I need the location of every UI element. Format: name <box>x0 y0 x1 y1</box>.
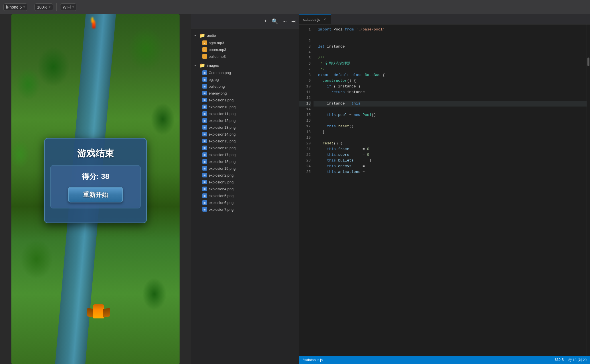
tab-filename: databus.js <box>303 17 320 22</box>
ln-1b <box>299 32 311 38</box>
code-line-25: this . animations = <box>314 169 587 175</box>
file-explosion5-label: explosion5.png <box>209 194 233 198</box>
prop-enemys: enemys <box>338 163 351 169</box>
more-options-icon[interactable]: ··· <box>282 18 287 24</box>
game-over-title: 游戏结束 <box>50 147 141 160</box>
restart-button[interactable]: 重新开始 <box>68 187 123 203</box>
code-line-1: import Pool from './base/pool' <box>314 27 587 32</box>
ln-5: 5 <box>299 55 311 61</box>
file-enemy-png[interactable]: ▦ enemy.png <box>199 90 299 97</box>
add-file-icon[interactable]: + <box>264 18 267 24</box>
kw-return: return <box>331 89 345 95</box>
file-enemy-label: enemy.png <box>209 91 227 95</box>
file-explosion6-png[interactable]: ▦ explosion6.png <box>199 199 299 206</box>
code-line-15: this . pool = new Pool () <box>314 112 587 118</box>
file-boom-mp3[interactable]: ♪ boom.mp3 <box>199 46 299 53</box>
kw-export: export <box>318 72 331 78</box>
file-explosion17-png[interactable]: ▦ explosion17.png <box>199 151 299 158</box>
code-line-3: let instance <box>314 44 587 50</box>
file-bullet-png-label: bullet.png <box>209 84 225 89</box>
ship-body <box>93 304 104 318</box>
file-explosion2-png[interactable]: ▦ explosion2.png <box>199 172 299 179</box>
file-bg-jpg[interactable]: ▦ bg.jpg <box>199 76 299 83</box>
code-scrollbar-thumb <box>587 58 589 66</box>
code-line-21: this . frame = 0 <box>314 146 587 152</box>
game-fire <box>92 20 95 28</box>
image-file-icon-6: ▦ <box>202 105 207 109</box>
file-explosion1-label: explosion1.png <box>209 98 233 102</box>
file-explosion16-png[interactable]: ▦ explosion16.png <box>199 144 299 151</box>
file-explosion7-png[interactable]: ▦ explosion7.png <box>199 206 299 213</box>
cls-pool: Pool <box>363 112 371 118</box>
ln-8: 8 <box>299 72 311 78</box>
comment-chinese: 全局状态管理器 <box>325 61 351 67</box>
image-file-icon-9: ▦ <box>202 125 207 130</box>
code-scrollbar[interactable] <box>587 24 590 356</box>
file-explosion17-label: explosion17.png <box>209 153 236 157</box>
search-file-icon[interactable]: 🔍 <box>272 18 278 24</box>
split-view-icon[interactable]: ⇥ <box>291 18 296 24</box>
file-explosion11-png[interactable]: ▦ explosion11.png <box>199 110 299 117</box>
audio-file-icon-3: ♪ <box>202 54 207 59</box>
ln-20: 20 <box>299 141 311 146</box>
comment-end: */ <box>318 67 325 72</box>
file-common-png[interactable]: ▦ Common.png <box>199 69 299 76</box>
image-file-icon-14: ▦ <box>202 159 207 164</box>
file-explosion19-png[interactable]: ▦ explosion19.png <box>199 165 299 172</box>
code-lines[interactable]: import Pool from './base/pool' let <box>314 24 587 356</box>
zoom-selector[interactable]: 100% ▾ <box>34 3 53 11</box>
file-bullet-png[interactable]: ▦ bullet.png <box>199 83 299 90</box>
score-box: 得分: 38 重新开始 <box>50 165 141 208</box>
file-explosion14-png[interactable]: ▦ explosion14.png <box>199 131 299 138</box>
code-line-22: this . score = 0 <box>314 152 587 158</box>
file-explosion18-png[interactable]: ▦ explosion18.png <box>199 158 299 165</box>
simulator-panel: 游戏结束 得分: 38 重新开始 <box>0 14 191 364</box>
ln-21: 21 <box>299 146 311 152</box>
file-explosion12-png[interactable]: ▦ explosion12.png <box>199 117 299 124</box>
code-line-18: } <box>314 129 587 135</box>
network-selector[interactable]: WiFi ▾ <box>60 3 76 11</box>
code-line-19 <box>314 135 587 141</box>
kw-this-25: this <box>327 169 336 175</box>
image-file-icon-16: ▦ <box>202 173 207 177</box>
device-selector[interactable]: iPhone 6 ▾ <box>3 3 27 11</box>
folder-images-toggle[interactable]: ▾ 📁 images <box>191 62 299 69</box>
code-content: 1 2 3 4 5 6 7 8 9 10 11 12 13 14 15 16 1… <box>299 24 590 356</box>
kw-this-23: this <box>327 158 336 163</box>
ln-16: 16 <box>299 118 311 124</box>
image-file-icon-11: ▦ <box>202 139 207 143</box>
file-bullet-mp3[interactable]: ♪ bullet.mp3 <box>199 53 299 60</box>
file-explosion1-png[interactable]: ▦ explosion1.png <box>199 97 299 103</box>
file-bgm-mp3[interactable]: ♪ bgm.mp3 <box>199 39 299 46</box>
code-tab-databus[interactable]: databus.js ✕ <box>299 14 331 24</box>
tab-close-button[interactable]: ✕ <box>322 17 327 22</box>
kw-if: if <box>327 84 331 89</box>
status-file-size: 830 B <box>555 358 564 363</box>
kw-class: class <box>351 72 363 78</box>
file-explosion3-png[interactable]: ▦ explosion3.png <box>199 179 299 185</box>
file-explosion4-png[interactable]: ▦ explosion4.png <box>199 185 299 192</box>
status-line-col: 行 13, 列 20 <box>568 358 587 363</box>
file-explosion5-png[interactable]: ▦ explosion5.png <box>199 192 299 199</box>
ln-2: 2 <box>299 38 311 44</box>
code-line-14 <box>314 107 587 112</box>
audio-file-icon: ♪ <box>202 40 207 45</box>
ln-1: 1 <box>299 27 311 32</box>
file-explosion10-png[interactable]: ▦ explosion10.png <box>199 103 299 110</box>
status-bar: /js/databus.js 830 B 行 13, 列 20 <box>299 356 590 364</box>
kw-this-22: this <box>327 152 336 158</box>
image-file-icon-12: ▦ <box>202 146 207 150</box>
code-line-20: reset () { <box>314 141 587 146</box>
ln-15: 15 <box>299 112 311 118</box>
code-line-16 <box>314 118 587 124</box>
file-explosion15-png[interactable]: ▦ explosion15.png <box>199 138 299 144</box>
status-file-path: /js/databus.js <box>303 358 323 362</box>
ln-19: 19 <box>299 135 311 141</box>
code-line-5: /** <box>314 55 587 61</box>
game-over-dialog: 游戏结束 得分: 38 重新开始 <box>44 138 147 223</box>
folder-audio-toggle[interactable]: ▾ 📁 audio <box>191 32 299 39</box>
score-text: 得分: 38 <box>56 171 135 181</box>
prop-bullets: bullets <box>338 158 354 163</box>
file-explosion13-png[interactable]: ▦ explosion13.png <box>199 124 299 131</box>
code-line-11: return instance <box>314 89 587 95</box>
